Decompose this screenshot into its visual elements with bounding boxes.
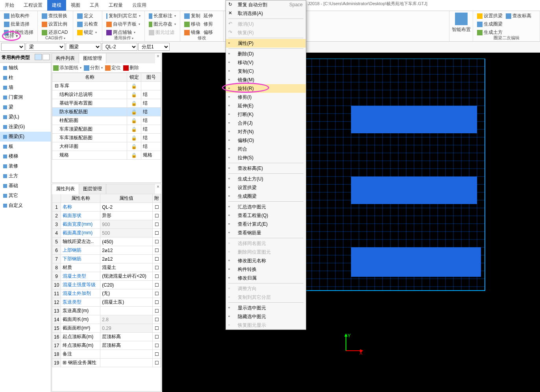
close-prop-panel[interactable]: × xyxy=(155,184,161,190)
ctx-延伸[interactable]: ▫延伸(E) xyxy=(226,101,306,110)
drawing-row[interactable]: 柱配筋图🔒结 xyxy=(52,116,161,125)
cloud-check[interactable]: 云检查 xyxy=(76,20,100,28)
prop-row[interactable]: 15截面面积(m²)0.29☐ xyxy=(52,324,161,333)
drawing-table[interactable]: 名称锁定图号 ⊟ 车库🔒结构设计总说明🔒结基础平面布置图🔒结防水板配筋图🔒结柱配… xyxy=(52,73,161,160)
prop-table[interactable]: 属性名称属性值附 1名称QL-2☐2截面形状异形☐3截面宽度(mm)900☐4截… xyxy=(52,194,161,367)
prop-row[interactable]: 8材质混凝土☐ xyxy=(52,263,161,272)
ctx-查看计算式[interactable]: ▫查看计算式(E) xyxy=(226,220,306,228)
find-replace[interactable]: 查找替换 xyxy=(40,12,70,20)
batch-select[interactable]: 批量选择 xyxy=(2,20,35,28)
nav-item-11[interactable]: 土方 xyxy=(0,171,51,181)
check-height[interactable]: 查改标高 xyxy=(504,12,533,20)
trim-btn[interactable]: 修剪 xyxy=(202,20,215,28)
set-scale[interactable]: 设置比例 xyxy=(40,20,70,28)
drawing-row[interactable]: 规格🔒规格 xyxy=(52,151,161,160)
close-drawing-panel[interactable]: × xyxy=(155,53,161,59)
ctx-偏移[interactable]: ▫偏移(O) xyxy=(226,136,306,145)
nav-item-1[interactable]: 柱 xyxy=(0,73,51,83)
ctx-repeat[interactable]: ↻重复 自动分割Space xyxy=(226,0,306,9)
cad-ops-label[interactable]: CAD操作 xyxy=(38,35,73,41)
ctx-构件转换[interactable]: ▫构件转换 xyxy=(226,265,306,274)
tab-layers[interactable]: 图层管理 xyxy=(79,184,106,194)
nav-item-7[interactable]: 圈梁(E) xyxy=(0,132,51,142)
ctx-查改标高[interactable]: ▫查改标高(E) xyxy=(226,164,306,173)
view-toggle[interactable] xyxy=(33,53,51,63)
ctx-生成圈梁[interactable]: ▫生成圈梁 xyxy=(226,192,306,201)
type-select[interactable]: 圈梁 xyxy=(66,43,101,51)
drawing-canvas[interactable]: YX xyxy=(162,53,540,392)
tab-props[interactable]: 属性列表 xyxy=(52,184,79,194)
ctx-闭合[interactable]: ▫闭合 xyxy=(226,145,306,153)
tab-qty[interactable]: 工程量 xyxy=(104,0,128,11)
prop-row[interactable]: 7下部钢筋2⌀12☐ xyxy=(52,255,161,263)
ctx-打断[interactable]: ▫打断(K) xyxy=(226,110,306,119)
nav-item-13[interactable]: 其它 xyxy=(0,191,51,201)
ctx-cancel-sel[interactable]: ✕取消选择(A) xyxy=(226,9,306,18)
copy-floor[interactable]: 复制到其它层 xyxy=(105,12,142,20)
nav-item-10[interactable]: 装修 xyxy=(0,161,51,171)
nav-item-8[interactable]: 板 xyxy=(0,142,51,151)
prop-row[interactable]: 9混凝土类型(现浇混凝土碎石<20)☐ xyxy=(52,272,161,281)
ctx-隐藏选中图元[interactable]: ▫隐藏选中图元 xyxy=(226,312,306,321)
split-drawing[interactable]: 分割 xyxy=(84,64,103,71)
prop-row[interactable]: 17终点顶标高(m)层顶标高☐ xyxy=(52,341,161,350)
layer-select[interactable]: 分层1 xyxy=(138,43,170,51)
add-drawing[interactable]: 添加图纸 xyxy=(53,64,81,71)
prop-row[interactable]: 14截面周长(m)2.8☐ xyxy=(52,315,161,324)
move-btn[interactable]: 移动 xyxy=(183,20,202,28)
cat-select[interactable]: 梁 xyxy=(26,43,65,51)
lock[interactable]: 锁定 xyxy=(76,28,100,37)
prop-row[interactable]: 6上部钢筋2⌀12☐ xyxy=(52,246,161,255)
ctx-复制[interactable]: ▫复制(C) xyxy=(226,67,306,75)
ctx-对齐[interactable]: ▫对齐(N) xyxy=(226,127,306,136)
extend-btn[interactable]: 延伸 xyxy=(202,12,215,20)
drawing-row[interactable]: 结构设计总说明🔒结 xyxy=(52,90,161,99)
ctx-修改图元名称[interactable]: ▫修改图元名称 xyxy=(226,256,306,265)
select-dropdown[interactable]: 选择 ▾ xyxy=(2,31,21,41)
smart-layout[interactable]: 智能布置 xyxy=(452,12,470,34)
ctx-拉伸[interactable]: ▫拉伸(S) xyxy=(226,153,306,162)
prop-row[interactable]: 19⊞ 钢筋业务属性☐ xyxy=(52,359,161,367)
prop-row[interactable]: 2截面形状异形☐ xyxy=(52,212,161,220)
tab-model[interactable]: 建模 xyxy=(47,0,66,11)
auto-plate[interactable]: 自动平齐板 xyxy=(105,20,142,28)
gen-ring[interactable]: 生成圈梁 xyxy=(475,20,537,28)
nav-item-5[interactable]: 梁(L) xyxy=(0,112,51,122)
prop-row[interactable]: 1名称QL-2☐ xyxy=(52,203,161,212)
pick-component[interactable]: 拾取构件 xyxy=(2,12,35,20)
tab-component-list[interactable]: 构件列表 xyxy=(52,53,79,63)
prop-row[interactable]: 12泵送类型(混凝土泵)☐ xyxy=(52,298,161,307)
ctx-查看工程量[interactable]: ▫查看工程量(Q) xyxy=(226,211,306,220)
ctx-删除[interactable]: ▫删除(D) xyxy=(226,50,306,58)
tab-cloud[interactable]: 云应用 xyxy=(128,0,151,11)
common-ops-label[interactable]: 通用操作 xyxy=(102,35,144,41)
ctx-修剪[interactable]: ▫修剪(I) xyxy=(226,93,306,101)
prop-row[interactable]: 16起点顶标高(m)层顶标高☐ xyxy=(52,333,161,341)
ctx-移动[interactable]: ▫移动(V) xyxy=(226,58,306,67)
delete-drawing[interactable]: 删除 xyxy=(123,64,139,71)
tab-drawing-mgmt[interactable]: 图纸管理 xyxy=(79,53,106,64)
nav-item-9[interactable]: 楼梯 xyxy=(0,151,51,161)
define[interactable]: 定义 xyxy=(76,12,100,20)
drawing-row[interactable]: 大样详图🔒结 xyxy=(52,142,161,151)
ctx-旋转[interactable]: ▫旋转(R) xyxy=(226,84,306,93)
ctx-属性[interactable]: ▫属性(P) xyxy=(226,39,306,48)
ctx-修改归属[interactable]: ▫修改归属 xyxy=(226,274,306,282)
tab-project[interactable]: 工程设置 xyxy=(19,0,47,11)
drawing-row[interactable]: 车库顶梁配筋图🔒结 xyxy=(52,125,161,134)
drawing-row[interactable]: 车库顶板配筋图🔒结 xyxy=(52,134,161,142)
nav-item-14[interactable]: 自定义 xyxy=(0,201,51,210)
copy-btn[interactable]: 复制 xyxy=(183,12,202,20)
nav-item-2[interactable]: 墙 xyxy=(0,83,51,92)
ctx-合并[interactable]: ▫合并(J) xyxy=(226,119,306,127)
prop-row[interactable]: 4截面高度(mm)500☐ xyxy=(52,229,161,237)
locate-drawing[interactable]: 定位 xyxy=(105,64,121,71)
dimension[interactable]: 长度标注 xyxy=(147,12,178,20)
prop-row[interactable]: 5轴线距梁左边..(450)☐ xyxy=(52,237,161,246)
drawing-row[interactable]: 基础平面布置图🔒结 xyxy=(52,99,161,108)
drawing-row[interactable]: 防水板配筋图🔒结 xyxy=(52,108,161,116)
tab-tools[interactable]: 工具 xyxy=(85,0,104,11)
set-arch[interactable]: 设置拱梁 xyxy=(475,12,504,20)
ctx-生成土方[interactable]: ▫生成土方(U) xyxy=(226,175,306,183)
prop-row[interactable]: 10混凝土强度等级(C20)☐ xyxy=(52,281,161,289)
